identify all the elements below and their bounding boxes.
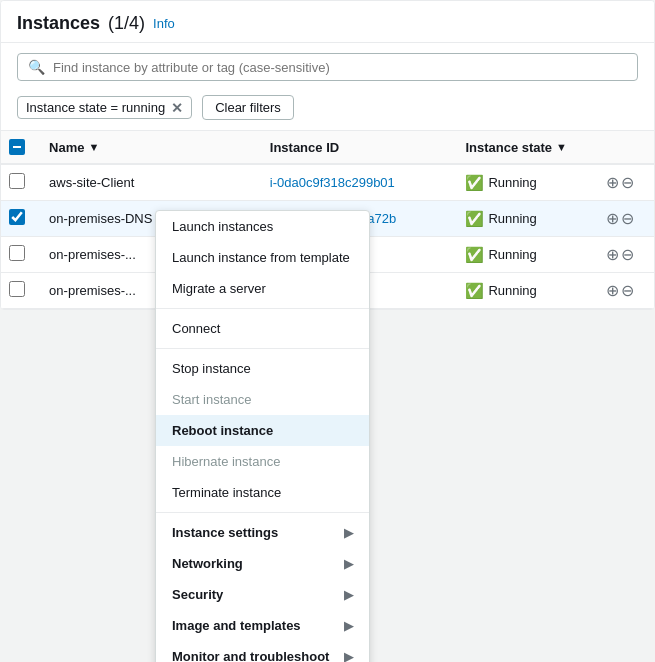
status-text: Running [488,175,536,190]
zoom-icons: ⊕⊖ [606,245,642,264]
zoom-out-icon[interactable]: ⊖ [621,209,634,228]
row-checkbox-cell [1,237,37,273]
col-zoom-header [594,131,654,165]
filter-bar: Instance state = running ✕ Clear filters [1,89,654,130]
col-state-header[interactable]: Instance state ▼ [453,131,593,165]
info-link[interactable]: Info [153,16,175,31]
zoom-in-icon[interactable]: ⊕ [606,245,619,264]
search-input[interactable] [53,60,627,75]
row-instance-id: i-0da0c9f318c299b01 [258,164,454,201]
status-icon: ✅ [465,246,484,264]
zoom-out-icon[interactable]: ⊖ [621,173,634,192]
row-zoom: ⊕⊖ [594,164,654,201]
zoom-out-icon[interactable]: ⊖ [621,281,634,300]
row-checkbox[interactable] [9,281,25,297]
status-icon: ✅ [465,174,484,192]
zoom-in-icon[interactable]: ⊕ [606,209,619,228]
status-icon: ✅ [465,282,484,300]
row-checkbox-cell [1,273,37,309]
status-text: Running [488,211,536,226]
row-state: ✅Running [453,164,593,201]
active-filter-tag: Instance state = running ✕ [17,96,192,119]
row-zoom: ⊕⊖ [594,237,654,273]
zoom-out-icon[interactable]: ⊖ [621,245,634,264]
status-text: Running [488,283,536,298]
row-checkbox-cell [1,164,37,201]
menu-divider [156,308,369,309]
select-all-col [1,131,37,165]
search-bar: 🔍 [17,53,638,81]
row-state: ✅Running [453,237,593,273]
table-header-row: Name ▼ Instance ID Instance state ▼ [1,131,654,165]
row-checkbox-cell [1,201,37,237]
zoom-in-icon[interactable]: ⊕ [606,173,619,192]
status-badge: ✅Running [465,246,581,264]
zoom-icons: ⊕⊖ [606,173,642,192]
row-zoom: ⊕⊖ [594,201,654,237]
status-badge: ✅Running [465,210,581,228]
menu-item[interactable]: Launch instances [156,211,369,242]
status-text: Running [488,247,536,262]
status-icon: ✅ [465,210,484,228]
instance-count: (1/4) [108,13,145,34]
col-state-label: Instance state [465,140,552,155]
panel-header: Instances (1/4) Info [1,1,654,43]
zoom-icons: ⊕⊖ [606,281,642,300]
menu-item[interactable]: Launch instance from template [156,242,369,273]
panel-title: Instances [17,13,100,34]
state-sort-icon: ▼ [556,141,567,153]
status-badge: ✅Running [465,174,581,192]
menu-item-label: Launch instances [172,219,273,234]
instances-panel: Instances (1/4) Info 🔍 Instance state = … [0,0,655,310]
zoom-in-icon[interactable]: ⊕ [606,281,619,300]
search-icon: 🔍 [28,59,45,75]
name-sort-icon: ▼ [89,141,100,153]
row-state: ✅Running [453,273,593,309]
row-zoom: ⊕⊖ [594,273,654,309]
status-badge: ✅Running [465,282,581,300]
col-id-header: Instance ID [258,131,454,165]
instance-id-link[interactable]: i-0da0c9f318c299b01 [270,175,395,190]
row-checkbox[interactable] [9,209,25,225]
context-menu: Launch instancesLaunch instance from tem… [155,210,370,310]
zoom-icons: ⊕⊖ [606,209,642,228]
col-name-label: Name [49,140,84,155]
select-all-checkbox[interactable] [9,139,25,155]
menu-item[interactable]: Migrate a server [156,273,369,304]
menu-item-label: Launch instance from template [172,250,350,265]
filter-tag-close-button[interactable]: ✕ [171,101,183,115]
row-state: ✅Running [453,201,593,237]
filter-tag-label: Instance state = running [26,100,165,115]
table-row: aws-site-Clienti-0da0c9f318c299b01✅Runni… [1,164,654,201]
col-name-header[interactable]: Name ▼ [37,131,258,165]
row-checkbox[interactable] [9,245,25,261]
row-name: aws-site-Client [37,164,258,201]
clear-filters-button[interactable]: Clear filters [202,95,294,120]
row-checkbox[interactable] [9,173,25,189]
menu-item-label: Migrate a server [172,281,266,296]
col-id-label: Instance ID [270,140,339,155]
